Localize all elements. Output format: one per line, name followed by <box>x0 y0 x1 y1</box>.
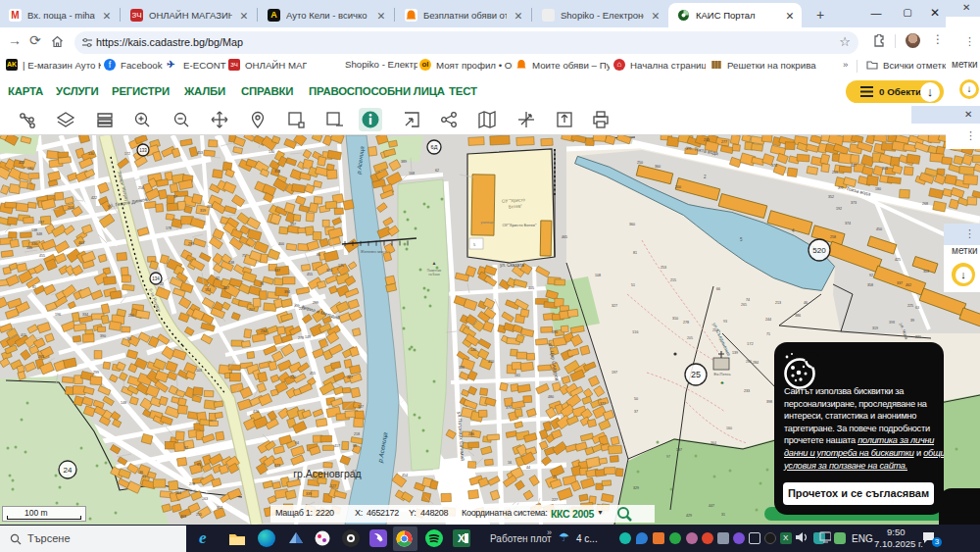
svg-text:197: 197 <box>612 371 617 375</box>
svg-text:286: 286 <box>468 432 474 436</box>
svg-text:62: 62 <box>435 169 439 173</box>
svg-text:389: 389 <box>401 160 407 164</box>
svg-text:386: 386 <box>459 366 465 370</box>
svg-text:463: 463 <box>78 241 84 245</box>
svg-text:405: 405 <box>528 286 534 290</box>
svg-text:201: 201 <box>882 167 888 171</box>
svg-text:50: 50 <box>634 397 638 401</box>
svg-text:454: 454 <box>402 474 408 477</box>
svg-text:31: 31 <box>721 513 725 517</box>
svg-text:334: 334 <box>82 313 88 317</box>
svg-text:450: 450 <box>876 227 882 231</box>
svg-text:74: 74 <box>746 298 750 302</box>
svg-text:255: 255 <box>196 513 202 517</box>
svg-text:86: 86 <box>353 444 357 448</box>
svg-text:37: 37 <box>634 410 638 414</box>
svg-text:ул. Скалата: ул. Скалата <box>500 263 524 268</box>
svg-text:305: 305 <box>26 246 32 250</box>
svg-text:77: 77 <box>142 476 146 479</box>
svg-text:205: 205 <box>687 336 693 340</box>
svg-text:134: 134 <box>152 276 160 281</box>
svg-text:97: 97 <box>666 455 670 459</box>
svg-text:227: 227 <box>552 498 558 502</box>
svg-text:327: 327 <box>330 483 337 488</box>
svg-text:360: 360 <box>655 165 661 169</box>
svg-text:417: 417 <box>334 444 340 448</box>
svg-text:398: 398 <box>766 400 772 404</box>
svg-text:57: 57 <box>173 195 177 199</box>
svg-text:130: 130 <box>88 152 94 156</box>
svg-text:220: 220 <box>290 376 296 379</box>
svg-text:36: 36 <box>139 471 143 475</box>
svg-text:250: 250 <box>637 161 643 165</box>
svg-text:24: 24 <box>64 466 73 475</box>
svg-text:295: 295 <box>188 242 194 246</box>
svg-text:39: 39 <box>910 319 914 323</box>
svg-text:149: 149 <box>305 335 311 339</box>
svg-text:256: 256 <box>138 186 144 190</box>
svg-text:284: 284 <box>753 361 759 365</box>
svg-text:65: 65 <box>197 463 201 467</box>
svg-text:139: 139 <box>732 351 738 355</box>
svg-text:95: 95 <box>127 337 131 341</box>
svg-text:356: 356 <box>274 170 280 174</box>
svg-text:190: 190 <box>552 330 558 334</box>
svg-text:86: 86 <box>317 253 320 257</box>
svg-text:317: 317 <box>217 506 222 510</box>
svg-text:453: 453 <box>197 151 203 155</box>
svg-text:51: 51 <box>631 283 635 287</box>
svg-text:108: 108 <box>595 274 601 277</box>
svg-text:400: 400 <box>278 242 284 246</box>
svg-text:455: 455 <box>39 254 45 258</box>
svg-text:397: 397 <box>290 223 296 226</box>
svg-text:180: 180 <box>875 187 881 191</box>
svg-text:339: 339 <box>306 492 312 496</box>
svg-text:147: 147 <box>358 405 364 409</box>
svg-text:520: 520 <box>812 246 826 255</box>
svg-text:348: 348 <box>36 232 42 236</box>
svg-text:233: 233 <box>744 389 750 393</box>
svg-text:172: 172 <box>747 341 754 346</box>
svg-text:358: 358 <box>867 283 873 287</box>
svg-text:▲: ▲ <box>432 260 437 266</box>
svg-text:81: 81 <box>633 251 637 255</box>
svg-text:63: 63 <box>915 306 919 310</box>
svg-text:71: 71 <box>766 332 770 336</box>
svg-text:429: 429 <box>686 514 692 518</box>
svg-text:94: 94 <box>295 441 299 445</box>
svg-text:234: 234 <box>261 329 267 333</box>
svg-text:352: 352 <box>828 195 834 199</box>
svg-text:81: 81 <box>32 285 36 289</box>
svg-text:377: 377 <box>600 402 606 406</box>
svg-text:258: 258 <box>830 235 836 239</box>
svg-text:гр.Асеновград: гр.Асеновград <box>293 468 362 479</box>
svg-text:46: 46 <box>804 301 808 305</box>
svg-text:364: 364 <box>710 441 716 445</box>
svg-text:237: 237 <box>38 221 44 225</box>
svg-text:Ев.Петка: Ев.Петка <box>714 372 732 376</box>
svg-text:160: 160 <box>726 427 732 430</box>
svg-text:16: 16 <box>508 461 512 465</box>
svg-text:213: 213 <box>775 301 781 305</box>
svg-text:462: 462 <box>906 283 911 287</box>
svg-text:32: 32 <box>216 276 220 280</box>
svg-text:422: 422 <box>91 196 97 200</box>
svg-text:329: 329 <box>633 486 639 490</box>
svg-text:92: 92 <box>184 446 188 450</box>
svg-text:78: 78 <box>260 282 264 286</box>
svg-text:6Д: 6Д <box>431 144 438 150</box>
svg-text:ОУ"Христо Ботев": ОУ"Христо Ботев" <box>502 223 537 227</box>
svg-text:253: 253 <box>661 266 666 270</box>
svg-text:244: 244 <box>765 318 771 322</box>
svg-text:25: 25 <box>691 370 701 379</box>
svg-text:303: 303 <box>923 270 929 274</box>
svg-text:X: X <box>458 532 466 544</box>
svg-text:337: 337 <box>897 281 903 285</box>
svg-text:на Бачо: на Бачо <box>428 273 440 276</box>
svg-text:374: 374 <box>845 222 851 226</box>
svg-text:174: 174 <box>205 288 211 292</box>
svg-text:379: 379 <box>506 406 512 410</box>
svg-text:219: 219 <box>832 171 838 175</box>
svg-text:319: 319 <box>200 209 206 213</box>
svg-text:196: 196 <box>55 313 61 317</box>
